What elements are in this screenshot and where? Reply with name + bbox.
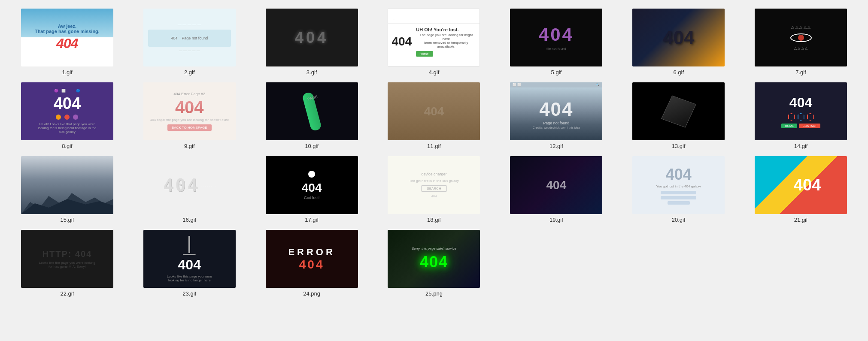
file-label: 11.gif <box>427 143 441 149</box>
list-item[interactable]: Aw jeez.That page has gone missing. 404 … <box>9 9 126 75</box>
list-item[interactable]: ⬜ ⬜ 🔍 404 Page not found Credits: webdev… <box>498 82 615 149</box>
thumbnail-17[interactable]: 404 God lost! <box>266 156 358 214</box>
file-label: 12.gif <box>549 143 563 149</box>
thumbnail-15[interactable] <box>21 156 113 214</box>
file-label: 4.gif <box>429 69 440 75</box>
thumbnail-18[interactable]: device charger The girl here is in the 4… <box>388 156 480 214</box>
list-item[interactable]: 404 6.gif <box>620 9 737 75</box>
list-item[interactable]: 404 3.gif <box>253 9 370 75</box>
thumbnail-22[interactable]: HTTP: 404 Looks like the page you were l… <box>21 230 113 288</box>
list-item[interactable]: device charger The girl here is in the 4… <box>376 156 493 223</box>
list-item[interactable]: △ △ △ △ △ △ △ △ △ 7.gif <box>742 9 859 75</box>
file-label: 10.gif <box>305 143 319 149</box>
file-label: 6.gif <box>673 69 684 75</box>
thumbnail-5[interactable]: 404 file not found <box>510 9 602 66</box>
file-label: 14.gif <box>794 143 808 149</box>
file-label: 9.gif <box>184 143 195 149</box>
thumbnail-10[interactable]: PAGE <box>266 82 358 140</box>
list-item[interactable]: 404 God lost! 17.gif <box>253 156 370 223</box>
list-item[interactable]: 404 · · · · · · · · · 16.gif <box>131 156 248 223</box>
file-label: 1.gif <box>62 69 73 75</box>
file-label: 16.gif <box>182 217 196 223</box>
file-label: 20.gif <box>672 217 686 223</box>
file-label: 23.gif <box>182 290 196 297</box>
file-label: 5.gif <box>551 69 562 75</box>
thumbnail-3[interactable]: 404 <box>266 9 358 66</box>
list-item[interactable]: 404 21.gif <box>742 156 859 223</box>
file-label: 17.gif <box>305 217 319 223</box>
thumbnail-16[interactable]: 404 · · · · · · · · · <box>143 156 236 214</box>
file-label: 22.gif <box>61 290 74 297</box>
file-label: 25.png <box>425 290 443 297</box>
list-item[interactable]: ― ― ― ― ― 404 Page not found ― ― ― ― ― 2… <box>131 9 248 75</box>
thumbnail-20[interactable]: 404 You got lost in the 404 galaxy <box>632 156 725 214</box>
thumbnail-grid: Aw jeez.That page has gone missing. 404 … <box>9 9 859 297</box>
thumbnail-9[interactable]: 404 Error Page #2 404 404 oops! the page… <box>143 82 236 140</box>
file-label: 8.gif <box>62 143 73 149</box>
thumbnail-7[interactable]: △ △ △ △ △ △ △ △ △ <box>755 9 847 66</box>
list-item[interactable]: 404 You got lost in the 404 galaxy 20.gi… <box>620 156 737 223</box>
list-item[interactable]: 404 Error Page #2 404 404 oops! the page… <box>131 82 248 149</box>
file-label: 19.gif <box>549 217 563 223</box>
thumbnail-19[interactable]: 404 <box>510 156 602 214</box>
list-item[interactable]: Sorry, this page didn't survive 404 25.p… <box>376 230 493 297</box>
thumbnail-6[interactable]: 404 <box>632 9 725 66</box>
thumbnail-25[interactable]: Sorry, this page didn't survive 404 <box>388 230 480 288</box>
list-item[interactable]: 404 HOME CONTACT 14.gif <box>742 82 859 149</box>
thumbnail-1[interactable]: Aw jeez.That page has gone missing. 404 <box>21 9 113 66</box>
list-item[interactable]: HTTP: 404 Looks like the page you were l… <box>9 230 126 297</box>
file-label: 2.gif <box>184 69 195 75</box>
thumbnail-4[interactable]: ⋯ 404 UH Oh! You're lost. The page you a… <box>388 9 480 66</box>
thumbnail-24[interactable]: ERROR 404 <box>266 230 358 288</box>
thumbnail-8[interactable]: 🟣 ⬜ 🔵 404 Uh oh! Looks like that page yo… <box>21 82 113 140</box>
list-item[interactable]: 🟣 ⬜ 🔵 404 Uh oh! Looks like that page yo… <box>9 82 126 149</box>
thumbnail-21[interactable]: 404 <box>755 156 847 214</box>
thumbnail-12[interactable]: ⬜ ⬜ 🔍 404 Page not found Credits: webdev… <box>510 82 602 140</box>
file-label: 18.gif <box>427 217 441 223</box>
list-item[interactable]: ⋯ 404 UH Oh! You're lost. The page you a… <box>376 9 493 75</box>
file-label: 3.gif <box>307 69 317 75</box>
list-item[interactable]: 404 file not found 5.gif <box>498 9 615 75</box>
list-item[interactable]: 15.gif <box>9 156 126 223</box>
thumbnail-13[interactable] <box>632 82 725 140</box>
list-item[interactable]: 13.gif <box>620 82 737 149</box>
file-label: 24.png <box>303 290 320 297</box>
thumbnail-14[interactable]: 404 HOME CONTACT <box>755 82 847 140</box>
thumbnail-2[interactable]: ― ― ― ― ― 404 Page not found ― ― ― ― ― <box>143 9 236 66</box>
file-label: 21.gif <box>794 217 808 223</box>
list-item[interactable]: 404 11.gif <box>376 82 493 149</box>
file-label: 7.gif <box>795 69 806 75</box>
thumbnail-11[interactable]: 404 <box>388 82 480 140</box>
file-label: 13.gif <box>672 143 686 149</box>
list-item[interactable]: ERROR 404 24.png <box>253 230 370 297</box>
thumbnail-23[interactable]: 404 Looks like this page you were lookin… <box>143 230 236 288</box>
file-label: 15.gif <box>61 217 74 223</box>
list-item[interactable]: 404 Looks like this page you were lookin… <box>131 230 248 297</box>
list-item[interactable]: 404 19.gif <box>498 156 615 223</box>
list-item[interactable]: PAGE 10.gif <box>253 82 370 149</box>
